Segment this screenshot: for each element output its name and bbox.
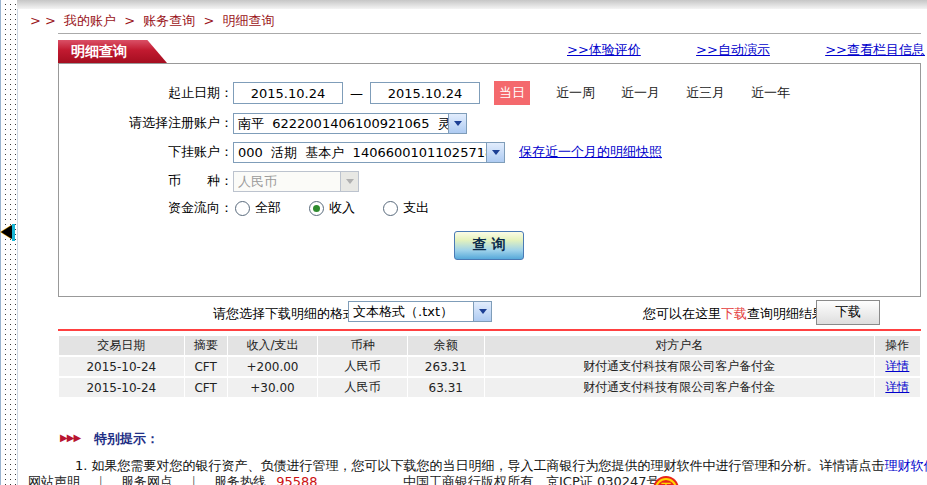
table-top-red-divider bbox=[58, 329, 921, 331]
chevron-down-icon[interactable] bbox=[448, 114, 466, 133]
col-currency: 币种 bbox=[318, 336, 406, 355]
cell-amount: +200.00 bbox=[228, 357, 317, 376]
radio-expense-label[interactable]: 支出 bbox=[403, 199, 429, 217]
breadcrumb-prefix: > > bbox=[30, 13, 56, 28]
flow-option-all: 全部 bbox=[235, 199, 307, 217]
footer-separator: ｜ bbox=[187, 474, 200, 485]
header-divider bbox=[58, 33, 921, 34]
cell-date: 2015-10-24 bbox=[59, 378, 184, 397]
radio-all-label[interactable]: 全部 bbox=[255, 199, 281, 217]
chevron-down-icon bbox=[340, 172, 358, 191]
date-from-input[interactable] bbox=[233, 82, 343, 104]
col-amount: 收入/支出 bbox=[228, 336, 317, 355]
download-hint-link[interactable]: 下载 bbox=[721, 306, 747, 321]
detail-query-page: > > 我的账户 > 账务查询 > 明细查询 明细查询 >>体验评价 >>自动演… bbox=[0, 0, 927, 485]
breadcrumb-my-account[interactable]: 我的账户 bbox=[64, 13, 116, 28]
download-format-select[interactable]: 文本格式（.txt） bbox=[348, 301, 492, 322]
collapse-sidebar-arrow[interactable] bbox=[0, 224, 16, 241]
table-row: 2015-10-24 CFT +200.00 人民币 263.31 财付通支付科… bbox=[59, 357, 920, 376]
date-dash: — bbox=[350, 86, 363, 101]
cell-date: 2015-10-24 bbox=[59, 357, 184, 376]
cell-counterparty: 财付通支付科技有限公司客户备付金 bbox=[485, 378, 874, 397]
download-button[interactable]: 下载 bbox=[816, 300, 880, 325]
tip-text: 1. 如果您需要对您的银行资产、负债进行管理，您可以下载您的当日明细，导入工商银… bbox=[75, 458, 885, 473]
column-info-link[interactable]: >>查看栏目信息 bbox=[825, 41, 925, 59]
transaction-table: 交易日期 摘要 收入/支出 币种 余额 对方户名 操作 2015-10-24 C… bbox=[58, 334, 921, 399]
copyright-text: 中国工商银行版权所有 京ICP证 030247号 bbox=[403, 473, 660, 485]
cell-summary: CFT bbox=[185, 378, 227, 397]
download-hint-post: 查询明细结果 bbox=[747, 306, 825, 321]
hotline-label: 服务热线 bbox=[214, 474, 266, 485]
date-to-input[interactable] bbox=[370, 82, 480, 104]
col-date: 交易日期 bbox=[59, 336, 184, 355]
fund-flow-row: 资金流向： 全部 收入 支出 bbox=[59, 195, 920, 221]
range-last-year[interactable]: 近一年 bbox=[751, 84, 790, 102]
query-button[interactable]: 查 询 bbox=[454, 231, 524, 260]
range-today-button[interactable]: 当日 bbox=[494, 81, 530, 105]
radio-expense[interactable] bbox=[383, 201, 398, 216]
breadcrumb-separator: > bbox=[203, 13, 214, 28]
download-format-label: 请您选择下载明细的格式 bbox=[213, 305, 356, 323]
radio-income-label[interactable]: 收入 bbox=[329, 199, 355, 217]
detail-link[interactable]: 详情 bbox=[885, 359, 909, 373]
download-hint: 您可以在这里下载查询明细结果 bbox=[643, 305, 825, 323]
col-counterparty: 对方户名 bbox=[485, 336, 874, 355]
cell-counterparty: 财付通支付科技有限公司客户备付金 bbox=[485, 357, 874, 376]
col-action: 操作 bbox=[875, 336, 920, 355]
footer-links: 网站声明 ｜ 服务网点 ｜ 服务热线 95588 bbox=[28, 473, 318, 485]
flow-option-expense: 支出 bbox=[383, 199, 455, 217]
header-links: >>体验评价 >>自动演示 >>查看栏目信息 bbox=[567, 41, 925, 59]
site-statement-link[interactable]: 网站声明 bbox=[28, 474, 80, 485]
top-gradient-strip bbox=[17, 0, 927, 9]
currency-label: 币 种： bbox=[59, 172, 233, 190]
table-header-row: 交易日期 摘要 收入/支出 币种 余额 对方户名 操作 bbox=[59, 336, 920, 355]
sub-account-select[interactable]: 000 活期 基本户 1406600101102571848 bbox=[233, 142, 505, 163]
col-summary: 摘要 bbox=[185, 336, 227, 355]
left-dotted-panel bbox=[0, 0, 18, 485]
breadcrumb-account-query[interactable]: 账务查询 bbox=[143, 13, 195, 28]
cell-currency: 人民币 bbox=[318, 357, 406, 376]
experience-rating-link[interactable]: >>体验评价 bbox=[567, 41, 641, 59]
range-last-3-months[interactable]: 近三月 bbox=[686, 84, 725, 102]
service-outlets-link[interactable]: 服务网点 bbox=[121, 474, 173, 485]
query-form-panel: 起止日期： — 当日 近一周 近一月 近三月 近一年 请选择注册账户： 南平 6… bbox=[58, 63, 921, 297]
icbc-logo-glyph: 工 bbox=[655, 478, 677, 485]
flow-option-income: 收入 bbox=[309, 199, 381, 217]
left-triangle-icon bbox=[1, 225, 12, 239]
breadcrumb-detail-query[interactable]: 明细查询 bbox=[222, 13, 274, 28]
currency-select: 人民币 bbox=[233, 171, 359, 192]
radio-all[interactable] bbox=[235, 201, 250, 216]
triple-arrow-icon: ▶▶▶ bbox=[60, 432, 80, 443]
save-snapshot-link[interactable]: 保存近一个月的明细快照 bbox=[519, 143, 662, 161]
hotline-number: 95588 bbox=[276, 474, 317, 485]
col-balance: 余额 bbox=[408, 336, 484, 355]
detail-link[interactable]: 详情 bbox=[885, 380, 909, 394]
range-last-week[interactable]: 近一周 bbox=[556, 84, 595, 102]
chevron-down-icon[interactable] bbox=[486, 143, 504, 162]
breadcrumb: > > 我的账户 > 账务查询 > 明细查询 bbox=[30, 12, 278, 30]
register-account-label: 请选择注册账户： bbox=[59, 114, 233, 132]
download-format-value: 文本格式（.txt） bbox=[349, 302, 473, 321]
download-hint-pre: 您可以在这里 bbox=[643, 306, 721, 321]
fund-flow-label: 资金流向： bbox=[59, 199, 233, 217]
cell-currency: 人民币 bbox=[318, 378, 406, 397]
sub-account-value: 000 活期 基本户 1406600101102571848 bbox=[234, 143, 486, 162]
cell-amount: +30.00 bbox=[228, 378, 317, 397]
cell-summary: CFT bbox=[185, 357, 227, 376]
sub-account-label: 下挂账户： bbox=[59, 143, 233, 161]
chevron-down-icon[interactable] bbox=[473, 302, 491, 321]
register-account-value: 南平 6222001406100921065 灵通卡 bbox=[234, 114, 448, 133]
range-last-month[interactable]: 近一月 bbox=[621, 84, 660, 102]
tab-detail-query[interactable]: 明细查询 bbox=[58, 40, 167, 63]
currency-value: 人民币 bbox=[234, 172, 340, 191]
date-range-label: 起止日期： bbox=[59, 84, 233, 102]
auto-demo-link[interactable]: >>自动演示 bbox=[696, 41, 770, 59]
finance-software-download-link[interactable]: 理财软件下载/注 bbox=[885, 458, 927, 473]
collapse-arrow-bar bbox=[12, 224, 15, 241]
register-account-select[interactable]: 南平 6222001406100921065 灵通卡 bbox=[233, 113, 467, 134]
currency-row: 币 种： 人民币 bbox=[59, 168, 920, 194]
cell-balance: 63.31 bbox=[408, 378, 484, 397]
breadcrumb-separator: > bbox=[124, 13, 135, 28]
radio-income[interactable] bbox=[309, 201, 324, 216]
table-row: 2015-10-24 CFT +30.00 人民币 63.31 财付通支付科技有… bbox=[59, 378, 920, 397]
